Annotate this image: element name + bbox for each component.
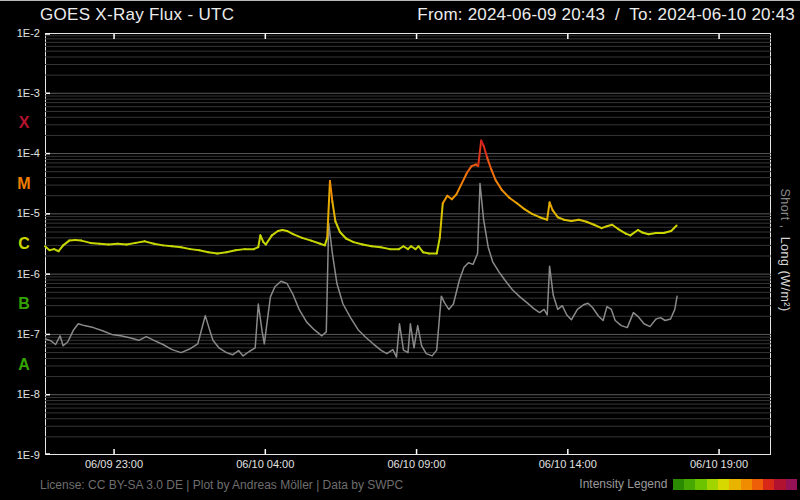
- long-flux-curve: [381, 247, 390, 249]
- right-axis-separator: ,: [778, 221, 792, 237]
- long-flux-curve: [293, 234, 302, 238]
- y-axis-label: 1E-2: [0, 27, 40, 40]
- intensity-legend-swatch: [695, 479, 706, 490]
- intensity-legend-swatches: [673, 479, 797, 490]
- intensity-legend-swatch: [741, 479, 752, 490]
- long-flux-curve: [311, 241, 320, 244]
- long-flux-curve: [440, 203, 443, 238]
- y-axis-label: 1E-7: [0, 328, 40, 341]
- right-axis-title: Short , Long (W/m²): [778, 188, 792, 311]
- x-axis-label: 06/10 14:00: [523, 458, 613, 471]
- license-text: License: CC BY-SA 3.0 DE | Plot by Andre…: [40, 478, 403, 492]
- long-flux-curve: [109, 244, 118, 245]
- y-axis-label: 1E-8: [0, 388, 40, 401]
- long-flux-curve: [571, 220, 579, 221]
- long-flux-curve: [618, 229, 626, 234]
- long-flux-curve: [63, 241, 69, 246]
- y-axis-label: 1E-5: [0, 207, 40, 220]
- intensity-legend: Intensity Legend: [579, 477, 797, 491]
- long-flux-curve: [346, 239, 354, 243]
- intensity-legend-swatch: [684, 479, 695, 490]
- long-flux-curve: [266, 235, 272, 244]
- long-flux-curve: [372, 246, 381, 247]
- long-flux-curve: [648, 233, 656, 234]
- long-flux-curve: [227, 250, 236, 252]
- flare-class-label-x: X: [8, 115, 40, 131]
- long-flux-curve: [363, 245, 372, 247]
- long-flux-curve: [145, 241, 154, 243]
- x-axis-label: 06/09 23:00: [69, 458, 159, 471]
- long-flux-curve: [443, 196, 448, 204]
- long-flux-curve: [81, 241, 90, 243]
- long-flux-curve: [517, 203, 525, 209]
- long-flux-curve: [260, 235, 263, 242]
- flare-class-label-m: M: [8, 176, 40, 192]
- long-flux-curve: [354, 242, 363, 244]
- long-flux-curve: [664, 231, 672, 233]
- long-flux-curve: [509, 198, 517, 203]
- long-flux-curve: [199, 250, 208, 252]
- long-flux-curve: [208, 252, 217, 253]
- long-flux-curve: [118, 244, 127, 245]
- intensity-legend-swatch: [763, 479, 774, 490]
- long-flux-curve: [419, 246, 424, 252]
- long-flux-curve: [163, 245, 172, 246]
- x-axis-label: 06/10 09:00: [372, 458, 462, 471]
- flare-class-label-a: A: [8, 357, 40, 373]
- long-flux-curve: [172, 246, 181, 247]
- long-flux-curve: [671, 226, 676, 231]
- intensity-legend-swatch: [707, 479, 718, 490]
- long-flux-curve: [330, 181, 332, 201]
- x-axis-label: 06/10 19:00: [674, 458, 764, 471]
- long-flux-curve: [564, 220, 572, 221]
- long-series-label: Long (W/m²): [778, 237, 792, 312]
- intensity-legend-swatch: [774, 479, 785, 490]
- long-flux-curve: [127, 243, 136, 245]
- long-flux-curve: [136, 241, 145, 243]
- y-axis-label: 1E-6: [0, 268, 40, 281]
- chart-canvas: [0, 0, 800, 500]
- short-flux-curve: [45, 183, 677, 357]
- intensity-legend-swatch: [752, 479, 763, 490]
- long-flux-curve: [190, 249, 199, 250]
- long-flux-curve: [491, 169, 496, 180]
- long-flux-curve: [332, 202, 335, 222]
- flare-class-label-c: C: [8, 236, 40, 252]
- long-flux-curve: [586, 222, 594, 225]
- long-flux-curve: [456, 185, 461, 194]
- short-series-label: Short: [778, 188, 792, 220]
- long-flux-curve: [217, 252, 226, 253]
- long-flux-curve: [524, 209, 532, 214]
- intensity-legend-swatch: [718, 479, 729, 490]
- y-axis-label: 1E-3: [0, 87, 40, 100]
- x-axis-label: 06/10 04:00: [220, 458, 310, 471]
- long-flux-curve: [461, 173, 467, 185]
- long-flux-curve: [181, 247, 190, 249]
- y-axis-label: 1E-9: [0, 449, 40, 462]
- long-flux-curve: [59, 245, 64, 251]
- long-flux-curve: [287, 231, 293, 234]
- intensity-legend-swatch: [729, 479, 740, 490]
- intensity-legend-swatch: [786, 479, 797, 490]
- goes-xray-flux-page: GOES X-Ray Flux - UTC From: 2024-06-09 2…: [0, 0, 800, 500]
- flare-class-label-b: B: [8, 296, 40, 312]
- long-flux-curve: [325, 238, 327, 246]
- long-flux-curve: [630, 230, 638, 235]
- long-flux-curve: [236, 249, 245, 250]
- long-flux-curve: [90, 243, 99, 244]
- y-axis-label: 1E-4: [0, 147, 40, 160]
- long-flux-curve: [502, 190, 510, 198]
- long-flux-curve: [99, 244, 108, 245]
- long-flux-curve: [550, 202, 553, 210]
- intensity-legend-label: Intensity Legend: [579, 477, 670, 491]
- intensity-legend-swatch: [673, 479, 684, 490]
